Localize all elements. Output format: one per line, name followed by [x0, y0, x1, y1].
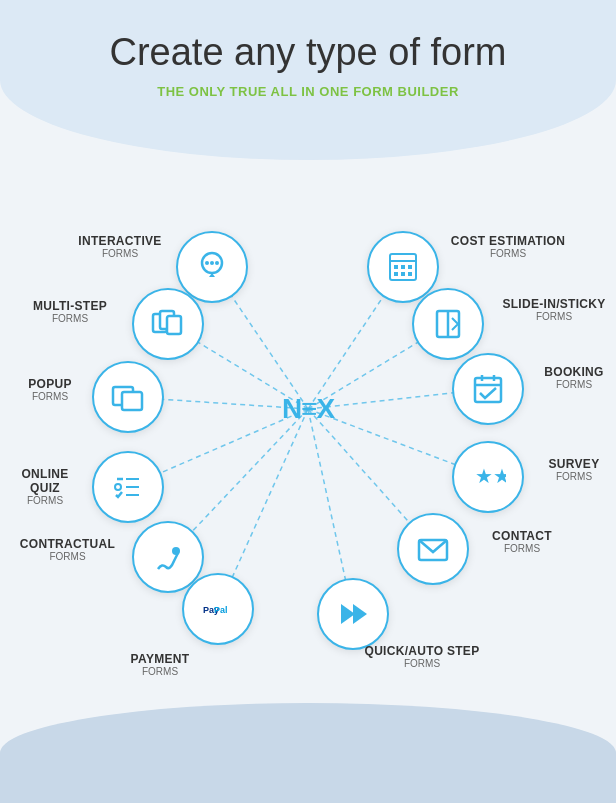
cost-estimation-icon[interactable]	[367, 231, 439, 303]
main-content: Create any type of form THE ONLY TRUE AL…	[0, 0, 616, 699]
svg-text:★★★: ★★★	[475, 465, 506, 487]
page-subtitle: THE ONLY TRUE ALL IN ONE FORM BUILDER	[157, 84, 459, 99]
svg-marker-44	[341, 604, 355, 624]
survey-icon[interactable]: ★★★	[452, 441, 524, 513]
diagram-area: N≡X INTERACTIVE FORMS	[0, 119, 616, 699]
survey-label: SURVEY FORMS	[534, 457, 614, 483]
slide-in-sticky-label: SLIDE-IN/STICKY FORMS	[494, 297, 614, 323]
svg-rect-22	[401, 272, 405, 276]
slide-in-sticky-icon[interactable]	[412, 288, 484, 360]
wave-bottom	[0, 703, 616, 803]
svg-rect-20	[408, 265, 412, 269]
contact-icon[interactable]	[397, 513, 469, 585]
multi-step-icon[interactable]	[132, 288, 204, 360]
svg-rect-21	[394, 272, 398, 276]
online-quiz-label: ONLINE QUIZ FORMS	[5, 467, 85, 508]
multi-step-label: MULTI-STEP FORMS	[15, 299, 125, 325]
booking-label: BOOKING FORMS	[534, 365, 614, 391]
svg-marker-45	[353, 604, 367, 624]
svg-rect-26	[167, 316, 181, 334]
page-title: Create any type of form	[109, 30, 506, 76]
online-quiz-icon[interactable]	[92, 451, 164, 523]
contractual-label: CONTRACTUAL FORMS	[10, 537, 125, 563]
svg-point-36	[115, 484, 121, 490]
payment-icon[interactable]: Pay Pal	[182, 573, 254, 645]
cost-estimation-label: COST ESTIMATION FORMS	[448, 234, 568, 260]
svg-rect-19	[401, 265, 405, 269]
interactive-forms-icon[interactable]	[176, 231, 248, 303]
payment-label: PAYMENT FORMS	[120, 652, 200, 678]
quick-auto-step-label: QUICK/AUTO STEP FORMS	[362, 644, 482, 670]
popup-icon[interactable]	[92, 361, 164, 433]
svg-point-15	[215, 261, 219, 265]
interactive-forms-label: INTERACTIVE FORMS	[70, 234, 170, 260]
booking-icon[interactable]	[452, 353, 524, 425]
brand-logo: N≡X	[282, 393, 334, 425]
svg-point-13	[205, 261, 209, 265]
quick-auto-step-icon[interactable]	[317, 578, 389, 650]
svg-rect-31	[475, 378, 501, 402]
svg-point-40	[172, 547, 180, 555]
popup-label: POPUP FORMS	[15, 377, 85, 403]
svg-point-14	[210, 261, 214, 265]
contact-label: CONTACT FORMS	[482, 529, 562, 555]
svg-rect-18	[394, 265, 398, 269]
svg-rect-23	[408, 272, 412, 276]
svg-rect-30	[122, 392, 142, 410]
svg-text:Pal: Pal	[214, 605, 228, 615]
